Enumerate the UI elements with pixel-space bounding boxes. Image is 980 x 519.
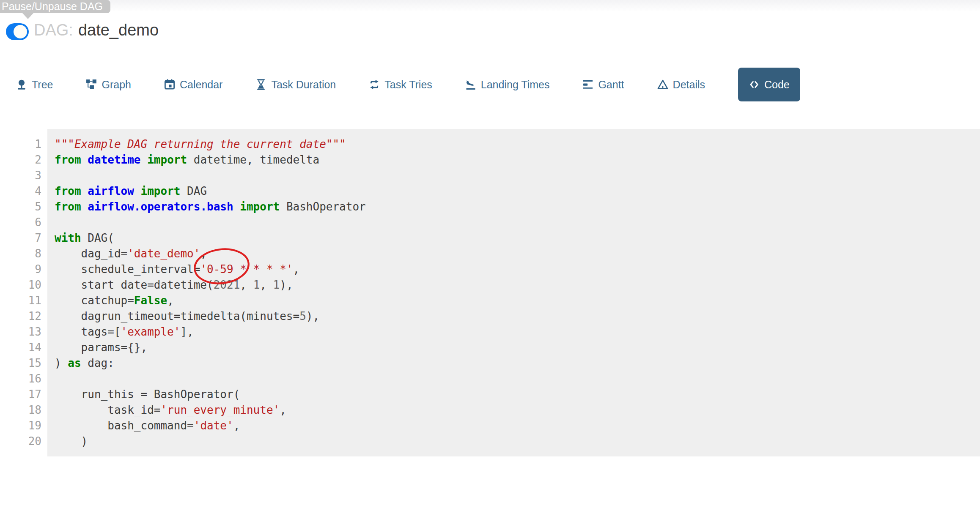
- tab-label: Details: [673, 79, 705, 91]
- code-line: [55, 215, 980, 230]
- tab-task-duration[interactable]: Task Duration: [255, 79, 336, 91]
- line-number: 10: [0, 277, 41, 293]
- line-number: 19: [0, 418, 41, 434]
- line-number: 14: [0, 340, 41, 355]
- tab-details[interactable]: Details: [657, 79, 705, 91]
- code-brackets-icon: [749, 79, 760, 90]
- code-line: from airflow.operators.bash import BashO…: [55, 199, 980, 215]
- line-number: 3: [0, 168, 41, 183]
- code-line: ): [55, 434, 980, 449]
- tab-calendar[interactable]: Calendar: [164, 79, 222, 91]
- line-number: 18: [0, 402, 41, 418]
- line-number-gutter: 1234567891011121314151617181920: [0, 129, 47, 456]
- code-line: ) as dag:: [55, 355, 980, 371]
- code-line: params={},: [55, 340, 980, 355]
- code-line: with DAG(: [55, 230, 980, 246]
- line-number: 8: [0, 246, 41, 262]
- code-line: catchup=False,: [55, 293, 980, 309]
- line-number: 4: [0, 183, 41, 199]
- line-number: 13: [0, 324, 41, 340]
- toggle-knob: [14, 25, 27, 38]
- tab-gantt[interactable]: Gantt: [582, 79, 624, 91]
- tab-task-tries[interactable]: Task Tries: [369, 79, 432, 91]
- tab-label: Calendar: [180, 79, 222, 91]
- tab-code[interactable]: Code: [738, 68, 800, 101]
- airflow-dag-code-page: Pause/Unpause DAG DAG:date_demo Tree Gra…: [0, 0, 980, 519]
- graph-icon: [86, 79, 97, 90]
- code-line: dagrun_timeout=timedelta(minutes=5),: [55, 309, 980, 324]
- hourglass-icon: [255, 79, 266, 90]
- code-line: """Example DAG returning the current dat…: [55, 137, 980, 152]
- code-line: bash_command='date',: [55, 418, 980, 434]
- code-line: task_id='run_every_minute',: [55, 402, 980, 418]
- tab-tree[interactable]: Tree: [16, 79, 53, 91]
- tooltip-arrow: [22, 13, 34, 19]
- line-number: 7: [0, 230, 41, 246]
- tree-icon: [16, 79, 27, 90]
- line-number: 16: [0, 371, 41, 387]
- dag-code-view: 1234567891011121314151617181920 """Examp…: [0, 129, 980, 456]
- tab-landing-times[interactable]: Landing Times: [465, 79, 550, 91]
- gantt-bars-icon: [582, 79, 593, 90]
- line-number: 5: [0, 199, 41, 215]
- code-line: from airflow import DAG: [55, 183, 980, 199]
- code-line: tags=['example'],: [55, 324, 980, 340]
- line-number: 17: [0, 387, 41, 402]
- code-line: [55, 168, 980, 183]
- calendar-icon: [164, 79, 175, 90]
- tab-label: Landing Times: [481, 79, 550, 91]
- line-number: 11: [0, 293, 41, 309]
- line-number: 12: [0, 309, 41, 324]
- plane-landing-icon: [465, 79, 476, 90]
- dag-title: date_demo: [78, 21, 159, 39]
- tab-label: Tree: [32, 79, 53, 91]
- tab-label: Task Duration: [271, 79, 336, 91]
- line-number: 9: [0, 262, 41, 277]
- repeat-icon: [369, 79, 380, 90]
- dag-label: DAG:: [34, 21, 73, 39]
- tab-label: Task Tries: [384, 79, 432, 91]
- tab-label: Gantt: [598, 79, 624, 91]
- line-number: 1: [0, 137, 41, 152]
- code-line: schedule_interval='0-59 * * * *',: [55, 262, 980, 277]
- line-number: 15: [0, 355, 41, 371]
- pause-toggle-tooltip: Pause/Unpause DAG: [0, 0, 110, 13]
- code-content: """Example DAG returning the current dat…: [47, 129, 980, 456]
- page-title: DAG:date_demo: [34, 21, 159, 39]
- code-line: run_this = BashOperator(: [55, 387, 980, 402]
- line-number: 2: [0, 152, 41, 168]
- dag-pause-toggle[interactable]: [6, 23, 29, 40]
- tab-label: Graph: [102, 79, 131, 91]
- triangle-icon: [657, 79, 668, 90]
- tab-label: Code: [764, 79, 790, 91]
- tab-graph[interactable]: Graph: [86, 79, 131, 91]
- code-line: from datetime import datetime, timedelta: [55, 152, 980, 168]
- top-gradient: [0, 0, 980, 12]
- line-number: 20: [0, 434, 41, 449]
- code-line: start_date=datetime(2021, 1, 1),: [55, 277, 980, 293]
- code-line: [55, 371, 980, 387]
- tab-bar: Tree Graph Calendar Task Duration Task T…: [16, 68, 800, 101]
- line-number: 6: [0, 215, 41, 230]
- code-line: dag_id='date_demo',: [55, 246, 980, 262]
